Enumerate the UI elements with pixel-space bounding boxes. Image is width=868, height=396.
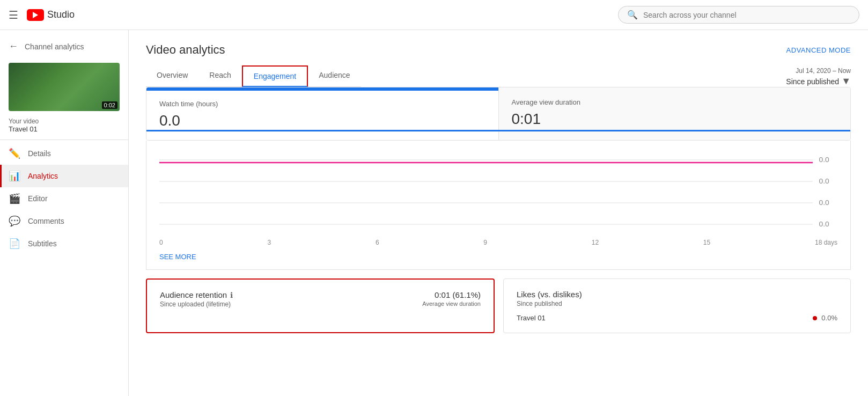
analytics-tabs: Overview Reach Engagement Audience	[146, 65, 361, 87]
x-label-0: 0	[159, 239, 163, 246]
sidebar-item-subtitles[interactable]: 📄 Subtitles	[0, 232, 128, 255]
sidebar-item-label: Subtitles	[28, 239, 57, 248]
date-range-container: Jul 14, 2020 – Now Since published ▼	[786, 67, 851, 87]
tab-engagement[interactable]: Engagement	[242, 65, 308, 87]
active-indicator	[0, 165, 2, 187]
see-more-button[interactable]: SEE MORE	[159, 248, 196, 265]
chart-area: 0.0 0.0 0.0 0.0 0 3 6 9 12 15 18 days SE…	[146, 141, 851, 270]
sidebar-item-label: Editor	[28, 194, 48, 203]
channel-analytics-label: Channel analytics	[25, 42, 84, 51]
search-icon: 🔍	[627, 10, 638, 20]
video-title: Travel 01	[9, 125, 120, 133]
sidebar-back[interactable]: ← Channel analytics	[0, 34, 128, 58]
likes-pct: 0.0%	[821, 314, 837, 322]
date-range-select[interactable]: Since published ▼	[786, 76, 851, 87]
page-title: Video analytics	[146, 43, 225, 57]
youtube-icon	[27, 9, 44, 21]
audience-retention-value: 0:01 (61.1%)	[422, 290, 481, 299]
audience-retention-subtitle: Since uploaded (lifetime)	[160, 300, 233, 308]
metric-watch-time[interactable]: Watch time (hours) 0.0	[146, 87, 498, 140]
svg-text:0.0: 0.0	[819, 199, 829, 207]
hamburger-icon[interactable]: ☰	[9, 9, 18, 21]
likes-dislikes-title: Likes (vs. dislikes)	[517, 290, 582, 299]
metric-watch-time-value: 0.0	[159, 112, 486, 129]
audience-retention-value-sub: Average view duration	[422, 300, 481, 307]
sidebar: ← Channel analytics 0:02 Your video Trav…	[0, 30, 129, 396]
sidebar-item-label: Details	[28, 149, 51, 158]
chevron-down-icon: ▼	[841, 76, 851, 87]
x-label-6: 6	[376, 239, 379, 246]
likes-dislikes-card[interactable]: Likes (vs. dislikes) Since published Tra…	[503, 278, 851, 333]
svg-text:0.0: 0.0	[819, 178, 829, 185]
period-label: Since published	[786, 77, 839, 86]
audience-retention-title-group: Audience retention ℹ Since uploaded (lif…	[160, 290, 233, 308]
top-nav: ☰ Studio 🔍	[0, 0, 868, 30]
likes-bar: 0.0%	[813, 314, 837, 322]
your-video-label: Your video	[9, 118, 120, 125]
svg-text:0.0: 0.0	[819, 221, 829, 228]
video-thumbnail[interactable]: 0:02	[9, 63, 120, 111]
likes-video-name: Travel 01	[517, 314, 546, 322]
sidebar-item-editor[interactable]: 🎬 Editor	[0, 187, 128, 210]
back-icon: ←	[9, 41, 18, 52]
x-label-12: 12	[592, 239, 599, 246]
sidebar-item-label: Analytics	[28, 172, 58, 180]
x-label-9: 9	[483, 239, 487, 246]
bottom-cards: Audience retention ℹ Since uploaded (lif…	[146, 278, 851, 333]
analytics-icon: 📊	[9, 170, 19, 182]
metric-avg-label: Average view duration	[512, 98, 838, 106]
tab-audience[interactable]: Audience	[308, 65, 361, 87]
video-duration: 0:02	[102, 101, 117, 109]
likes-dislikes-title-group: Likes (vs. dislikes) Since published	[517, 290, 582, 307]
date-range-text: Jul 14, 2020 – Now	[796, 67, 851, 75]
search-bar[interactable]: 🔍	[618, 6, 859, 24]
logo-text: Studio	[47, 9, 75, 20]
svg-text:0.0: 0.0	[819, 156, 829, 164]
editor-icon: 🎬	[9, 193, 19, 204]
likes-dislikes-subtitle: Since published	[517, 300, 582, 307]
tab-reach[interactable]: Reach	[198, 65, 241, 87]
comments-icon: 💬	[9, 215, 19, 227]
main-content: Video analytics ADVANCED MODE Overview R…	[129, 30, 868, 396]
metric-avg-view-duration[interactable]: Average view duration 0:01	[498, 87, 851, 140]
x-label-15: 15	[703, 239, 710, 246]
content-header: Video analytics ADVANCED MODE	[146, 43, 851, 57]
likes-data-row: Travel 01 0.0%	[517, 314, 837, 322]
sidebar-item-details[interactable]: ✏️ Details	[0, 142, 128, 165]
audience-retention-title: Audience retention ℹ	[160, 290, 233, 299]
logo: Studio	[27, 9, 75, 21]
audience-retention-header: Audience retention ℹ Since uploaded (lif…	[160, 290, 481, 308]
tab-overview[interactable]: Overview	[146, 65, 198, 87]
likes-dislikes-header: Likes (vs. dislikes) Since published	[517, 290, 837, 307]
x-label-18: 18 days	[815, 239, 837, 246]
search-input[interactable]	[643, 11, 850, 19]
chart-svg: 0.0 0.0 0.0 0.0	[159, 149, 837, 235]
metrics-row: Watch time (hours) 0.0 Average view dura…	[146, 87, 851, 141]
video-info: Your video Travel 01	[0, 115, 128, 137]
sidebar-item-comments[interactable]: 💬 Comments	[0, 210, 128, 232]
audience-retention-value-group: 0:01 (61.1%) Average view duration	[422, 290, 481, 307]
bar-dot	[813, 316, 817, 320]
sidebar-item-analytics[interactable]: 📊 Analytics	[0, 165, 128, 187]
details-icon: ✏️	[9, 148, 19, 159]
subtitles-icon: 📄	[9, 238, 19, 250]
sidebar-divider	[0, 140, 128, 140]
video-placeholder: 0:02	[9, 63, 120, 111]
advanced-mode-button[interactable]: ADVANCED MODE	[786, 46, 851, 54]
metric-watch-time-label: Watch time (hours)	[159, 100, 486, 108]
audience-retention-card[interactable]: Audience retention ℹ Since uploaded (lif…	[146, 278, 495, 333]
metric-avg-value: 0:01	[512, 111, 838, 128]
info-icon: ℹ	[230, 291, 233, 299]
x-label-3: 3	[267, 239, 271, 246]
sidebar-item-label: Comments	[28, 217, 64, 225]
